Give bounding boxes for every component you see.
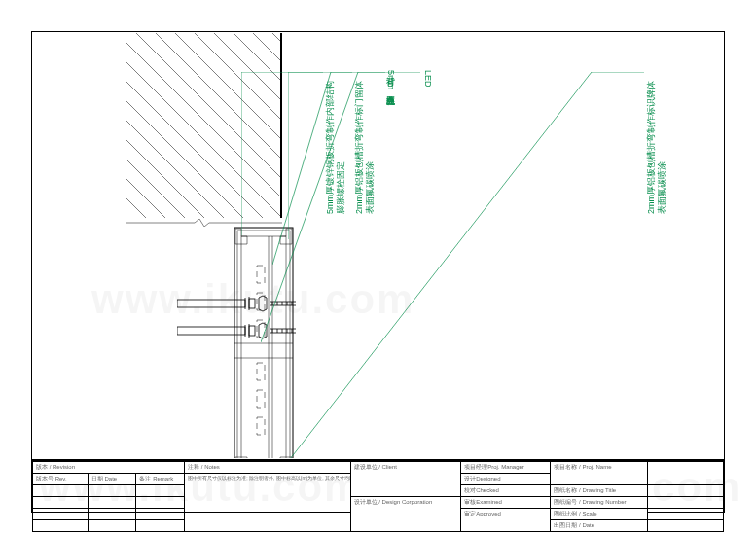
- date-cell-4: [88, 520, 136, 532]
- approved-label: 审定Approved: [461, 509, 551, 532]
- drawing-area: 5mm厚镀锌钢板折弯制作内部结构 膨胀螺栓固定 2mm厚铝板刨槽折弯制作标门留体…: [33, 33, 723, 458]
- rev-cell-3: [33, 509, 89, 520]
- svg-rect-50: [257, 363, 265, 380]
- date-cell-1: [88, 485, 136, 497]
- label-1-line2: 膨胀螺栓固定: [336, 81, 346, 214]
- issue-date-label: 出图日期 / Date: [551, 520, 647, 532]
- rev-cell-2: [33, 497, 89, 509]
- proj-name-label: 项目名称 / Proj. Name: [551, 462, 647, 485]
- date-cell-3: [88, 509, 136, 520]
- label-2-line2: 表面氟碳喷涂: [365, 81, 376, 214]
- label-1-line1: 5mm厚镀锌钢板折弯制作内部结构: [325, 81, 336, 214]
- label-5-line1: 2mm厚铝板刨槽折弯制作标识牌体: [646, 81, 657, 214]
- label-5-line2: 表面氟碳喷涂: [657, 81, 667, 214]
- label-2: 2mm厚铝板刨槽折弯制作标门留体 表面氟碳喷涂: [354, 81, 376, 214]
- label-4: LED: [422, 70, 433, 88]
- rev-cell-4: [33, 520, 89, 532]
- examined-label: 审核Examined: [461, 497, 551, 509]
- title-block: 版本 / Revision 注释 / Notes 建设单位 / Client 项…: [31, 460, 725, 513]
- rev-cell-1: [33, 485, 89, 497]
- designed-label: 设计Designed: [461, 474, 551, 485]
- checked-label: 校对Checked: [461, 485, 551, 497]
- drawing-title-value: [647, 485, 723, 497]
- proj-manager-label: 项目经理Proj. Manager: [461, 462, 551, 474]
- client-label: 建设单位 / Client: [350, 462, 461, 497]
- label-3: 背衬5mm厚白色亚克力板: [385, 70, 396, 89]
- issue-date-value: [647, 520, 723, 532]
- scale-value: [647, 509, 723, 520]
- label-1: 5mm厚镀锌钢板折弯制作内部结构 膨胀螺栓固定: [325, 81, 346, 214]
- notes-header: 注释 / Notes: [185, 462, 350, 474]
- date-label: 日期 Date: [88, 474, 136, 485]
- drawing-title-label: 图纸名称 / Drawing Title: [551, 485, 647, 497]
- remark-cell-2: [136, 497, 185, 509]
- revision-header: 版本 / Revision: [33, 462, 185, 474]
- remark-cell-4: [136, 520, 185, 532]
- drawing-number-value: [647, 497, 723, 509]
- scale-label: 图纸比例 / Scale: [551, 509, 647, 520]
- label-5: 2mm厚铝板刨槽折弯制作标识牌体 表面氟碳喷涂: [646, 81, 667, 214]
- svg-rect-52: [257, 417, 265, 435]
- rev-no-label: 版本号 Rev.: [33, 474, 89, 485]
- remark-label: 备注 Remark: [136, 474, 185, 485]
- label-2-line1: 2mm厚铝板刨槽折弯制作标门留体: [354, 81, 365, 214]
- svg-rect-51: [257, 390, 265, 408]
- proj-name-value: [647, 462, 723, 485]
- remark-cell-3: [136, 509, 185, 520]
- notes-body: 图中所有尺寸仅以标注为准; 除注明者外, 图中标高以(m)为单位, 其余尺寸均以…: [185, 474, 350, 532]
- date-cell-2: [88, 497, 136, 509]
- drawing-number-label: 图纸编号 / Drawing Number: [551, 497, 647, 509]
- remark-cell-1: [136, 485, 185, 497]
- design-corp-label: 设计单位 / Design Corporation: [350, 497, 461, 532]
